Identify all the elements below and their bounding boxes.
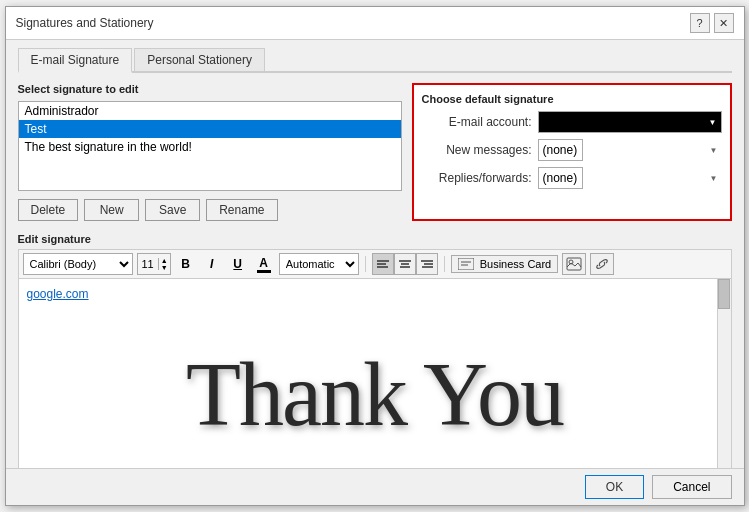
align-right-icon (421, 259, 433, 269)
ok-button[interactable]: OK (585, 475, 644, 499)
new-button[interactable]: New (84, 199, 139, 221)
sig-item-best[interactable]: The best signature in the world! (19, 138, 401, 156)
new-messages-row: New messages: (none) (422, 139, 722, 161)
dialog-body: E-mail Signature Personal Stationery Sel… (6, 40, 744, 468)
align-left-button[interactable] (372, 253, 394, 275)
email-account-label: E-mail account: (422, 115, 532, 129)
delete-button[interactable]: Delete (18, 199, 79, 221)
insert-picture-button[interactable] (562, 253, 586, 275)
sig-action-buttons: Delete New Save Rename (18, 199, 402, 221)
align-right-button[interactable] (416, 253, 438, 275)
right-panel: Choose default signature E-mail account:… (412, 83, 732, 221)
align-center-icon (399, 259, 411, 269)
bold-button[interactable]: B (175, 253, 197, 275)
separator-1 (365, 256, 366, 272)
picture-icon (566, 257, 582, 271)
edit-signature-section: Edit signature Calibri (Body) 11 ▲ ▼ B (18, 233, 732, 468)
font-size-value: 11 (138, 258, 159, 270)
main-area: Select signature to edit Administrador T… (18, 83, 732, 221)
tab-bar: E-mail Signature Personal Stationery (18, 48, 732, 73)
sig-item-test[interactable]: Test (19, 120, 401, 138)
rename-button[interactable]: Rename (206, 199, 277, 221)
new-messages-label: New messages: (422, 143, 532, 157)
help-button[interactable]: ? (690, 13, 710, 33)
business-card-icon (458, 258, 474, 270)
font-size-control: 11 ▲ ▼ (137, 253, 171, 275)
signature-editor[interactable]: google.com Thank You (18, 278, 732, 468)
underline-button[interactable]: U (227, 253, 249, 275)
align-left-icon (377, 259, 389, 269)
svg-rect-9 (458, 258, 474, 270)
dialog-title: Signatures and Stationery (16, 16, 154, 30)
business-card-label: Business Card (480, 258, 552, 270)
tab-email-signature[interactable]: E-mail Signature (18, 48, 133, 73)
tab-personal-stationery[interactable]: Personal Stationery (134, 48, 265, 71)
thank-you-text: Thank You (186, 343, 563, 446)
font-size-up-arrow[interactable]: ▲ (161, 257, 168, 264)
separator-2 (444, 256, 445, 272)
signature-toolbar: Calibri (Body) 11 ▲ ▼ B I U (18, 249, 732, 278)
replies-forwards-row: Replies/forwards: (none) (422, 167, 722, 189)
font-color-label: A (259, 256, 268, 270)
italic-button[interactable]: I (201, 253, 223, 275)
dialog-footer: OK Cancel (6, 468, 744, 505)
font-selector[interactable]: Calibri (Body) (23, 253, 133, 275)
hyperlink-icon (594, 257, 610, 271)
replies-select-wrapper: (none) (538, 167, 722, 189)
color-dropdown[interactable]: Automatic (279, 253, 359, 275)
align-buttons (372, 253, 438, 275)
edit-sig-label: Edit signature (18, 233, 732, 245)
font-size-arrows[interactable]: ▲ ▼ (159, 257, 170, 271)
color-bar (257, 270, 271, 273)
editor-scrollbar[interactable] (717, 279, 731, 468)
replies-select[interactable]: (none) (538, 167, 583, 189)
new-messages-select-wrapper: (none) (538, 139, 722, 161)
new-messages-select[interactable]: (none) (538, 139, 583, 161)
replies-label: Replies/forwards: (422, 171, 532, 185)
cancel-button[interactable]: Cancel (652, 475, 731, 499)
select-sig-label: Select signature to edit (18, 83, 402, 95)
font-size-down-arrow[interactable]: ▼ (161, 264, 168, 271)
scrollbar-thumb[interactable] (718, 279, 730, 309)
email-account-row: E-mail account: (422, 111, 722, 133)
thank-you-image: Thank You (27, 309, 723, 468)
sig-item-administrador[interactable]: Administrador (19, 102, 401, 120)
default-sig-label: Choose default signature (422, 93, 722, 105)
font-color-button[interactable]: A (253, 254, 275, 275)
signatures-stationery-dialog: Signatures and Stationery ? ✕ E-mail Sig… (5, 6, 745, 506)
title-bar: Signatures and Stationery ? ✕ (6, 7, 744, 40)
business-card-button[interactable]: Business Card (451, 255, 559, 273)
left-panel: Select signature to edit Administrador T… (18, 83, 402, 221)
close-button[interactable]: ✕ (714, 13, 734, 33)
email-account-value[interactable] (538, 111, 722, 133)
insert-hyperlink-button[interactable] (590, 253, 614, 275)
sig-editor-link[interactable]: google.com (27, 287, 723, 301)
save-button[interactable]: Save (145, 199, 200, 221)
title-bar-buttons: ? ✕ (690, 13, 734, 33)
signature-list[interactable]: Administrador Test The best signature in… (18, 101, 402, 191)
align-center-button[interactable] (394, 253, 416, 275)
